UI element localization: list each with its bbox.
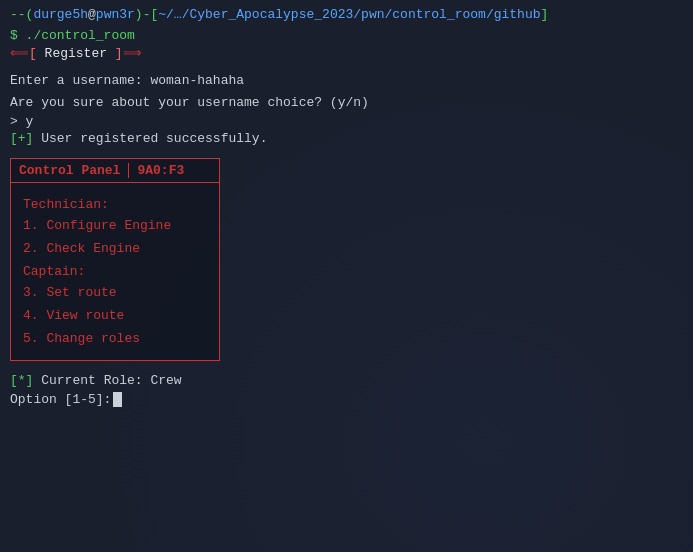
option-prompt-text: Option [1-5]: <box>10 392 111 407</box>
success-message-line: [+] User registered successfully. <box>10 131 683 146</box>
current-role-line: [*] Current Role: Crew <box>10 373 683 388</box>
cursor <box>113 392 122 407</box>
command: ./control_room <box>26 28 135 43</box>
success-text: User registered successfully. <box>41 131 267 146</box>
register-label: Register <box>45 46 107 61</box>
path: ~/…/Cyber_Apocalypse_2023/pwn/control_ro… <box>158 7 540 22</box>
bracket-close: ] <box>541 7 549 22</box>
dollar-sign: $ <box>10 28 26 43</box>
star-bracket: [*] <box>10 373 41 388</box>
bracket-open: [ <box>29 46 45 61</box>
prompt-command-line: $ ./control_room <box>10 28 683 43</box>
terminal-window: --(durge5h@pwn3r)-[~/…/Cyber_Apocalypse_… <box>0 0 693 552</box>
menu-item-4[interactable]: 4. View route <box>23 306 207 325</box>
arrow-left-icon: ⟸ <box>10 46 29 61</box>
section-header-technician: Technician: <box>23 197 207 212</box>
menu-item-1[interactable]: 1. Configure Engine <box>23 216 207 235</box>
username-prompt-line: Enter a username: woman-hahaha <box>10 71 683 91</box>
panel-id: 9A0:F3 <box>129 163 184 178</box>
username-prompt-text: Enter a username: woman-hahaha <box>10 73 244 88</box>
menu-item-3[interactable]: 3. Set route <box>23 283 207 302</box>
response-text: > y <box>10 114 33 129</box>
section-header-captain: Captain: <box>23 264 207 279</box>
menu-item-2[interactable]: 2. Check Engine <box>23 239 207 258</box>
control-panel: Control Panel 9A0:F3 Technician: 1. Conf… <box>10 158 220 361</box>
plus-bracket: [+] <box>10 131 41 146</box>
user-response: > y <box>10 114 683 129</box>
panel-body: Technician: 1. Configure Engine 2. Check… <box>11 183 219 360</box>
menu-item-5[interactable]: 5. Change roles <box>23 329 207 348</box>
username: durge5h <box>33 7 88 22</box>
hostname: pwn3r <box>96 7 135 22</box>
bracket-close-reg: ] <box>107 46 123 61</box>
confirm-text: Are you sure about your username choice?… <box>10 95 369 110</box>
title-bar: --(durge5h@pwn3r)-[~/…/Cyber_Apocalypse_… <box>10 6 683 24</box>
current-role-text: Current Role: Crew <box>41 373 181 388</box>
option-prompt-line[interactable]: Option [1-5]: <box>10 392 683 407</box>
arrow-right-icon: ⟹ <box>123 46 142 61</box>
confirm-prompt-line: Are you sure about your username choice?… <box>10 93 683 113</box>
bottom-section: [*] Current Role: Crew Option [1-5]: <box>10 373 683 407</box>
panel-header: Control Panel 9A0:F3 <box>11 159 219 183</box>
prompt-symbol: --( <box>10 7 33 22</box>
register-banner: ⟸[ Register ]⟹ <box>10 45 683 61</box>
panel-title: Control Panel <box>19 163 129 178</box>
at-symbol: @ <box>88 7 96 22</box>
prompt-end: )-[ <box>135 7 158 22</box>
